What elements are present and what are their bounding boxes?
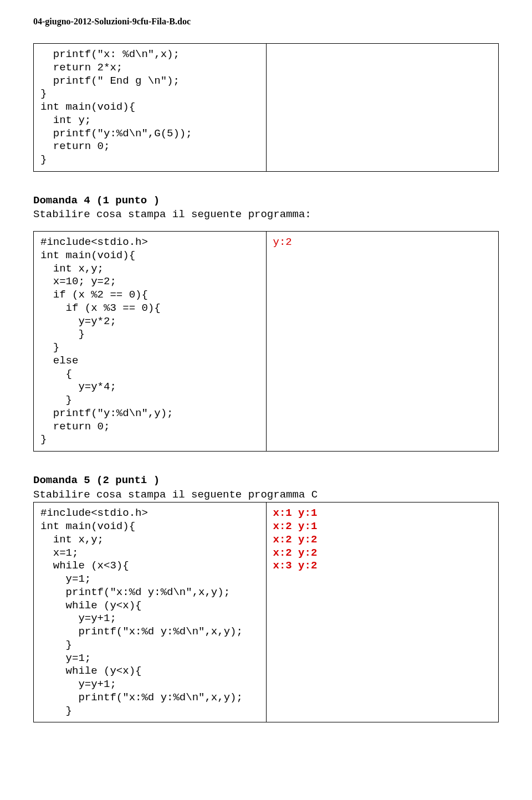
domanda-5-title-rest: Stabilire cosa stampa il seguente progra…	[33, 489, 318, 501]
code-block-2-left: #include<stdio.h> int main(void){ int x,…	[34, 232, 267, 451]
document-page: 04-giugno-2012-Soluzioni-9cfu-Fila-B.doc…	[0, 0, 532, 739]
domanda-4-title-bold: Domanda 4 (1 punto )	[33, 194, 160, 207]
code-block-2: #include<stdio.h> int main(void){ int x,…	[33, 231, 499, 452]
domanda-5-title: Domanda 5 (2 punti ) Stabilire cosa stam…	[33, 474, 499, 502]
code-text: #include<stdio.h> int main(void){ int x,…	[40, 236, 259, 447]
code-text: #include<stdio.h> int main(void){ int x,…	[40, 507, 259, 717]
domanda-4-title-rest: Stabilire cosa stampa il seguente progra…	[33, 208, 311, 220]
domanda-5-title-bold: Domanda 5 (2 punti )	[33, 474, 160, 486]
domanda-4-title: Domanda 4 (1 punto ) Stabilire cosa stam…	[33, 194, 499, 222]
code-text: printf("x: %d\n",x); return 2*x; printf(…	[40, 48, 259, 167]
code-block-1-left: printf("x: %d\n",x); return 2*x; printf(…	[34, 44, 267, 171]
code-block-2-right: y:2	[267, 232, 499, 451]
code-block-3-right: x:1 y:1 x:2 y:1 x:2 y:2 x:2 y:2 x:3 y:2	[267, 502, 499, 722]
code-block-3-left: #include<stdio.h> int main(void){ int x,…	[34, 502, 267, 722]
code-block-3: #include<stdio.h> int main(void){ int x,…	[33, 502, 499, 722]
output-text: y:2	[273, 236, 492, 249]
output-text: x:1 y:1 x:2 y:1 x:2 y:2 x:2 y:2 x:3 y:2	[273, 507, 492, 573]
code-block-1-right	[267, 44, 499, 171]
code-block-1: printf("x: %d\n",x); return 2*x; printf(…	[33, 43, 499, 172]
document-header: 04-giugno-2012-Soluzioni-9cfu-Fila-B.doc	[33, 17, 499, 27]
